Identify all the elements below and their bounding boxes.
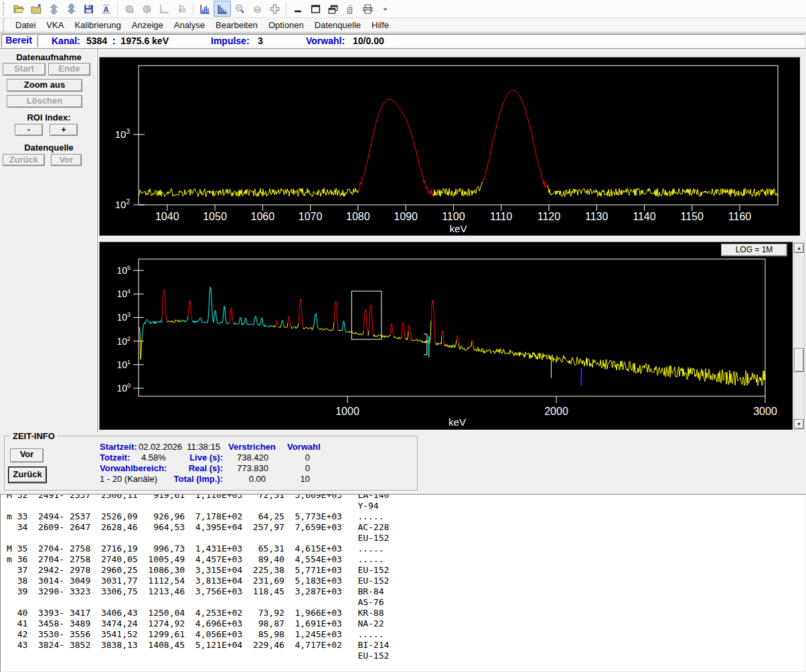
peak-list-text: M 32 2491- 2537 2506,11 919,61 1,110E+03… <box>1 494 805 661</box>
menu-bearbeiten[interactable]: Bearbeiten <box>210 19 263 31</box>
color-settings-icon[interactable] <box>341 1 359 17</box>
zoom-out-icon[interactable] <box>231 1 248 17</box>
menu-datenquelle[interactable]: Datenquelle <box>309 19 366 31</box>
status-ready: Bereit <box>1 34 36 48</box>
vorwahlbereich-label: Vorwahlbereich: <box>100 463 167 473</box>
status-info-cell: Kanal: 5384 : 1975.6 keV Impulse: 3 Vorw… <box>37 34 805 48</box>
status-vorwahl-label: Vorwahl: <box>306 35 345 46</box>
loeschen-button[interactable]: Löschen <box>7 95 82 108</box>
svg-text:1160: 1160 <box>728 211 752 222</box>
svg-text:1080: 1080 <box>346 211 370 222</box>
svg-text:102: 102 <box>116 335 131 347</box>
menu-vka[interactable]: VKA <box>41 19 69 31</box>
status-impulse-value: 3 <box>258 35 263 46</box>
spectrum-log-icon[interactable] <box>214 1 231 17</box>
roi-minus-button[interactable]: - <box>15 124 43 136</box>
toolbar-separator <box>117 3 118 15</box>
total-label: Total (Imp.): <box>163 474 223 484</box>
datenquelle-heading: Datenquelle <box>0 143 98 153</box>
svg-text:2000: 2000 <box>544 406 568 417</box>
log-scale-button[interactable]: LOG = 1M <box>721 244 787 256</box>
menu-kalibrierung[interactable]: Kalibrierung <box>69 19 126 31</box>
scroll-up-icon[interactable]: ▲ <box>794 243 804 253</box>
svg-text:1000: 1000 <box>335 406 359 417</box>
datenquelle-zurueck-button[interactable]: Zurück <box>3 154 45 166</box>
roi-index-heading: ROI Index: <box>0 112 98 122</box>
calibration-icon[interactable] <box>173 1 190 17</box>
detector-a-icon[interactable] <box>120 1 138 17</box>
toolbar-separator <box>193 3 193 15</box>
menu-analyse[interactable]: Analyse <box>169 19 210 31</box>
peak-list-panel[interactable]: M 32 2491- 2537 2506,11 919,61 1,110E+03… <box>0 494 806 672</box>
svg-text:1130: 1130 <box>585 211 609 222</box>
scroll-down-icon[interactable]: ▼ <box>794 419 804 429</box>
live-vorwahl-value: 0 <box>270 452 310 463</box>
toolbar-separator <box>286 3 287 15</box>
roi-plus-button[interactable]: + <box>50 124 78 136</box>
menu-hilfe[interactable]: Hilfe <box>366 19 394 31</box>
zeit-info-groupbox: ZEIT-INFO Vor Zurück Startzeit: 02.02.20… <box>4 436 418 491</box>
main-area: Datenaufnahme Start Ende Zoom aus Lösche… <box>0 49 806 432</box>
vorwahl-header: Vorwahl <box>287 442 321 452</box>
full-spectrum-chart[interactable]: 100101102103104105100020003000keV <box>99 242 793 430</box>
zoom-aus-button[interactable]: Zoom aus <box>7 79 82 92</box>
minimize-icon[interactable] <box>289 1 307 17</box>
toolbar-gripper[interactable] <box>3 2 7 15</box>
total-vorwahl-value: 10 <box>270 474 310 484</box>
save-icon[interactable] <box>80 1 97 17</box>
start-button[interactable]: Start <box>3 63 46 76</box>
detector-b-icon[interactable] <box>138 1 155 17</box>
about-icon[interactable]: A <box>97 1 114 17</box>
open-file-icon[interactable] <box>10 1 27 17</box>
axis-icon[interactable] <box>155 1 173 17</box>
export-folder-icon[interactable] <box>27 1 45 17</box>
svg-text:1150: 1150 <box>681 211 704 222</box>
svg-text:104: 104 <box>116 288 131 299</box>
verstrichen-header: Verstrichen <box>228 442 276 452</box>
status-bar: Bereit Kanal: 5384 : 1975.6 keV Impulse:… <box>0 33 806 49</box>
svg-text:101: 101 <box>116 359 131 370</box>
svg-text:3000: 3000 <box>753 406 777 417</box>
print-icon[interactable] <box>359 1 376 17</box>
status-vorwahl-value: 10/0.00 <box>353 35 384 46</box>
ende-button[interactable]: Ende <box>48 63 90 76</box>
menu-optionen[interactable]: Optionen <box>263 19 309 31</box>
svg-text:keV: keV <box>450 223 467 234</box>
toolbar: A <box>0 0 806 18</box>
svg-text:105: 105 <box>116 264 131 276</box>
menubar: DateiVKAKalibrierungAnzeigeAnalyseBearbe… <box>0 19 806 32</box>
roi-zoom-chart[interactable]: 1021031040105010601070108010901100111011… <box>99 57 801 236</box>
svg-text:A: A <box>103 4 109 13</box>
menu-anzeige[interactable]: Anzeige <box>127 19 169 31</box>
svg-text:keV: keV <box>449 416 466 428</box>
menu-datei[interactable]: Datei <box>10 19 41 31</box>
spectrum-linear-icon[interactable] <box>196 1 214 17</box>
dropdown-caret-icon[interactable] <box>376 1 394 17</box>
startzeit-value: 02.02.2026 11:38:15 <box>139 442 220 452</box>
zeit-zurueck-button[interactable]: Zurück <box>9 467 46 483</box>
totzeit-label: Totzeit: <box>100 452 130 463</box>
datenquelle-vor-button[interactable]: Vor <box>51 154 82 166</box>
menubar-gripper[interactable] <box>3 19 7 32</box>
scrollbar-thumb[interactable] <box>794 348 804 372</box>
zeit-vor-button[interactable]: Vor <box>10 448 44 463</box>
svg-text:1100: 1100 <box>442 211 465 222</box>
spectrum-scrollbar[interactable]: ▲ ▼ <box>793 242 805 430</box>
move-down-icon[interactable] <box>62 1 80 17</box>
move-up-icon[interactable] <box>45 1 62 17</box>
svg-text:1050: 1050 <box>203 211 227 222</box>
totzeit-value: 4.58% <box>141 452 166 463</box>
svg-text:103: 103 <box>116 311 131 323</box>
startzeit-label: Startzeit: <box>100 442 137 452</box>
cascade-icon[interactable] <box>324 1 341 17</box>
sidebar: Datenaufnahme Start Ende Zoom aus Lösche… <box>0 49 98 432</box>
zeit-info-title: ZEIT-INFO <box>10 431 58 441</box>
maximize-icon[interactable] <box>307 1 324 17</box>
vka-spectroscopy-app: { "toolbar": { "buttons": [ {"name":"ope… <box>0 0 806 672</box>
status-impulse-label: Impulse: <box>211 35 250 46</box>
tile-windows-icon[interactable] <box>248 1 266 17</box>
charts-panel: 1021031040105010601070108010901100111011… <box>98 49 806 432</box>
expand-icon[interactable] <box>266 1 283 17</box>
svg-text:1140: 1140 <box>633 211 656 222</box>
svg-text:1040: 1040 <box>155 211 179 222</box>
